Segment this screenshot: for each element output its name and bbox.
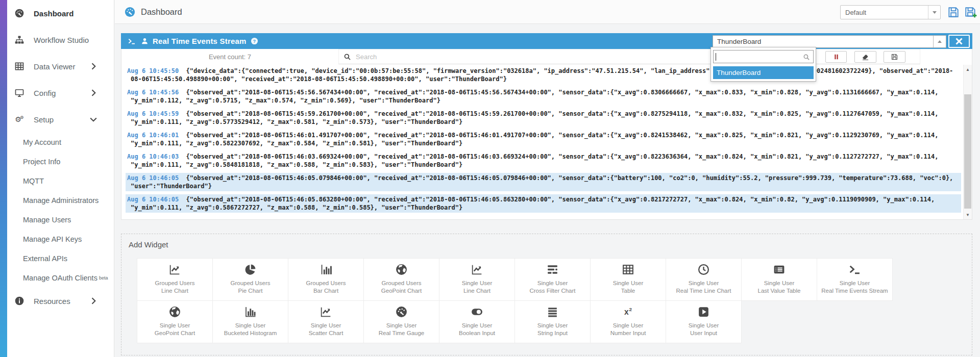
dropdown-search-input[interactable] (713, 50, 814, 63)
save-view-button[interactable] (947, 6, 960, 19)
chevron-right-icon (88, 61, 99, 71)
export-stream-button[interactable] (884, 51, 905, 63)
globe-icon (395, 263, 408, 276)
widget-label: Last Value Table (742, 287, 817, 295)
event-count: Event count: 7 (121, 53, 338, 61)
chevron-down-icon[interactable] (928, 6, 940, 19)
toggle-icon (471, 305, 483, 318)
svg-text:2: 2 (629, 307, 632, 312)
sidebar-item-setup[interactable]: ⚙⚙Setup (7, 106, 114, 133)
log-entry: Aug 6 10:45:59 {"observed_at":"2018-08-0… (126, 109, 961, 127)
widget-label: Grouped Users (213, 279, 288, 287)
widget-single-user-geopoint-chart[interactable]: Single UserGeoPoint Chart (137, 300, 213, 343)
dropdown-option-thunderboard[interactable]: ThunderBoard (713, 66, 814, 79)
widget-label: Bucketed Histogram (213, 329, 288, 337)
widget-label: Boolean Input (439, 329, 514, 337)
scroll-down-arrow[interactable]: ▼ (964, 211, 972, 219)
widget-single-user-scatter-chart[interactable]: Single UserScatter Chart (288, 300, 364, 343)
widget-label: Scatter Chart (288, 329, 363, 337)
sidebar-subitem-mqtt[interactable]: MQTT (7, 171, 114, 191)
line-chart-icon (320, 305, 332, 318)
widget-single-user-string-input[interactable]: Single UserString Input (514, 300, 591, 343)
sidebar-subitem-manage-oauth-clients[interactable]: Manage OAuth Clientsbeta (7, 268, 114, 288)
widget-label: Single User (666, 279, 741, 287)
log-timestamp: Aug 6 10:45:50 (127, 67, 179, 74)
dashboard-view-select[interactable]: Default (840, 5, 941, 19)
string-icon (546, 305, 559, 318)
widget-label: Real Time Events Stream (817, 287, 892, 295)
sidebar-item-config[interactable]: Config (7, 80, 114, 106)
widget-single-user-real-time-gauge[interactable]: Single UserReal Time Gauge (363, 300, 439, 343)
scrollbar-thumb[interactable] (964, 94, 971, 209)
widget-single-user-bucketed-histogram[interactable]: Single UserBucketed Histogram (212, 300, 288, 343)
widget-single-user-user-input[interactable]: Single UserUser Input (666, 300, 742, 343)
save-view-as-button[interactable] (964, 6, 977, 19)
histogram-icon (244, 305, 257, 318)
eraser-icon (862, 53, 869, 61)
user-filter-select[interactable]: ThunderBoard (713, 35, 946, 48)
sidebar-item-data-viewer[interactable]: Data Viewer (7, 53, 114, 80)
widget-label: Single User (591, 279, 666, 287)
widget-label: Single User (817, 279, 892, 287)
view-select-value: Default (841, 9, 928, 16)
sidebar-item-label: Resources (34, 297, 70, 305)
widget-single-user-number-input[interactable]: x2Single UserNumber Input (590, 300, 666, 343)
widget-single-user-table[interactable]: Single UserTable (590, 258, 666, 301)
log-timestamp: Aug 6 10:45:59 (127, 110, 179, 117)
widget-label: Single User (288, 322, 363, 329)
widget-single-user-last-value-table[interactable]: Single UserLast Value Table (741, 258, 817, 301)
add-widget-title: Add Widget (129, 240, 168, 249)
stream-toolbar: Event count: 7 (121, 49, 972, 65)
widget-label: Single User (742, 279, 817, 287)
widget-label: Table (591, 287, 666, 295)
chevron-right-icon (88, 88, 99, 98)
save-icon (891, 53, 898, 61)
sidebar-item-label: Config (34, 89, 56, 97)
bar-chart-icon (320, 263, 332, 276)
person-icon (141, 37, 149, 45)
sidebar-item-resources[interactable]: Resources (7, 288, 114, 314)
add-widget-section: Add Widget Grouped UsersLine ChartGroupe… (121, 234, 972, 355)
log-entry: Aug 6 10:45:56 {"observed_at":"2018-08-0… (126, 87, 961, 106)
widget-single-user-line-chart[interactable]: Single UserLine Chart (439, 258, 515, 301)
widget-single-user-boolean-input[interactable]: Single UserBoolean Input (439, 300, 515, 343)
globe-icon (168, 305, 181, 318)
chevron-up-icon[interactable] (933, 36, 946, 47)
widget-label: String Input (515, 329, 590, 337)
sidebar-subitem-external-apis[interactable]: External APIs (7, 249, 114, 268)
sidebar-item-workflow-studio[interactable]: Workflow Studio (7, 27, 114, 53)
pause-icon (832, 53, 840, 61)
sidebar-item-label: Setup (34, 115, 54, 124)
widget-grouped-users-pie-chart[interactable]: Grouped UsersPie Chart (212, 258, 288, 301)
log-entry: Aug 6 10:45:50 {"device_data":{"connecte… (126, 66, 961, 84)
widget-single-user-real-time-line-chart[interactable]: Single UserReal Time Line Chart (666, 258, 742, 301)
user-filter-dropdown: ThunderBoard (710, 47, 816, 82)
svg-text:x: x (624, 308, 629, 316)
vertical-scrollbar[interactable]: ▲ ▼ (963, 65, 972, 219)
sidebar-subitem-project-info[interactable]: Project Info (7, 152, 114, 171)
chevron-down-icon (88, 114, 99, 124)
pause-stream-button[interactable] (825, 51, 847, 63)
widget-single-user-real-time-events-stream[interactable]: Single UserReal Time Events Stream (817, 258, 893, 301)
widget-grouped-users-line-chart[interactable]: Grouped UsersLine Chart (137, 258, 213, 301)
widget-label: Number Input (591, 329, 666, 337)
pie-chart-icon (244, 263, 257, 276)
scroll-up-arrow[interactable]: ▲ (964, 65, 972, 73)
widget-label: Single User (591, 322, 666, 329)
log-entry: Aug 6 10:46:05 {"observed_at":"2018-08-0… (126, 194, 961, 213)
sidebar-subitem-manage-users[interactable]: Manage Users (7, 210, 114, 230)
sidebar-accent-strip (0, 0, 7, 357)
sidebar-item-dashboard[interactable]: Dashboard (7, 0, 114, 27)
widget-label: Real Time Line Chart (666, 287, 741, 295)
widget-label: GeoPoint Chart (364, 287, 439, 295)
sidebar-subitem-manage-administrators[interactable]: Manage Administrators (7, 191, 114, 210)
svg-text:⚙: ⚙ (20, 115, 23, 120)
sidebar-subitem-my-account[interactable]: My Account (7, 133, 114, 152)
widget-single-user-cross-filter-chart[interactable]: Single UserCross Filter Chart (514, 258, 591, 301)
clear-stream-button[interactable] (854, 51, 876, 63)
help-icon[interactable]: ? (251, 37, 258, 45)
widget-grouped-users-bar-chart[interactable]: Grouped UsersBar Chart (288, 258, 364, 301)
close-widget-button[interactable] (948, 35, 970, 48)
sidebar-subitem-manage-api-keys[interactable]: Manage API Keys (7, 230, 114, 249)
widget-grouped-users-geopoint-chart[interactable]: Grouped UsersGeoPoint Chart (363, 258, 439, 301)
